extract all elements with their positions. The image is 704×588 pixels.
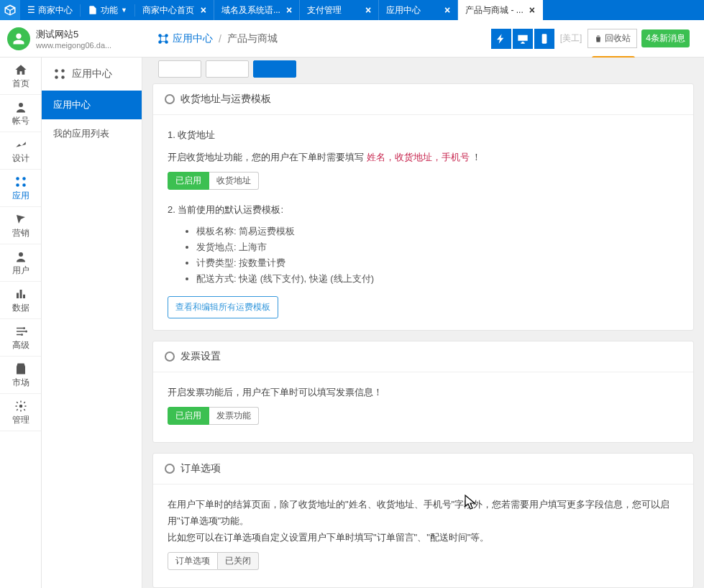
section-desc-1: 在用户下单时的结算页面，除了收货地址的"姓名、收货地址、手机号"字段外，您若需要…	[168, 496, 679, 530]
closed-badge[interactable]: 已关闭	[218, 552, 259, 570]
circle-icon	[165, 464, 175, 474]
list-item: 配送方式: 快递 (线下支付), 快递 (线上支付)	[196, 271, 679, 287]
avatar[interactable]	[7, 27, 30, 50]
sitebar: 测试网站5 www.meigong06.da... 应用中心 / 产品与商城 […	[0, 20, 704, 58]
svg-point-15	[55, 69, 58, 73]
svg-point-3	[165, 40, 168, 44]
nav-app[interactable]: 应用	[0, 170, 41, 207]
hamburger-icon: ☰	[27, 5, 35, 15]
meigong-label: [美工]	[559, 32, 584, 45]
svg-point-2	[158, 40, 162, 44]
nav-manage[interactable]: 管理	[0, 394, 41, 431]
recycle-button[interactable]: 回收站	[588, 29, 637, 48]
bolt-button[interactable]	[491, 29, 511, 49]
svg-point-18	[61, 75, 65, 79]
panel-order-options: 订单选项 在用户下单时的结算页面，除了收货地址的"姓名、收货地址、手机号"字段外…	[152, 453, 694, 588]
topbar: ☰ 商家中心 功能 ▼ 商家中心首页 × 域名及系统语... × 支付管理 × …	[0, 0, 704, 20]
svg-point-14	[19, 405, 22, 408]
svg-point-7	[22, 177, 26, 180]
list-item: 模板名称: 简易运费模板	[196, 224, 679, 239]
svg-point-9	[22, 183, 26, 187]
close-icon[interactable]: ×	[444, 4, 450, 16]
nav-user[interactable]: 用户	[0, 244, 41, 282]
sidebar-item-my-apps[interactable]: 我的应用列表	[42, 119, 142, 148]
panel-shipping: 收货地址与运费模板 1. 收货地址 开启收货地址功能，您的用户在下单时需要填写 …	[152, 83, 694, 331]
list-item: 计费类型: 按数量计费	[196, 255, 679, 271]
logo-icon[interactable]	[0, 0, 20, 20]
breadcrumb: 应用中心 / 产品与商城	[157, 32, 278, 45]
tab-app-center[interactable]: 应用中心 ×	[379, 0, 458, 20]
nav-home[interactable]: 首页	[0, 58, 41, 95]
order-options-button[interactable]: 订单选项	[168, 552, 218, 570]
secondary-header: 应用中心	[42, 58, 142, 91]
nav-advanced[interactable]: 高级	[0, 319, 41, 357]
circle-icon	[165, 94, 175, 104]
svg-point-5	[19, 103, 23, 107]
primary-nav: 首页 帐号 设计 应用 营销 用户 数据 高级 市场 管理	[0, 58, 42, 588]
caret-down-icon: ▼	[121, 6, 127, 14]
invoice-button[interactable]: 发票功能	[209, 407, 259, 425]
secondary-nav: 应用中心 应用中心 我的应用列表	[42, 58, 142, 588]
close-icon[interactable]: ×	[365, 4, 371, 16]
functions-menu[interactable]: 功能 ▼	[81, 4, 135, 17]
template-list: 模板名称: 简易运费模板 发货地点: 上海市 计费类型: 按数量计费 配送方式:…	[168, 224, 679, 287]
list-item: 发货地点: 上海市	[196, 239, 679, 255]
svg-rect-4	[541, 34, 547, 43]
subtab-1[interactable]	[158, 60, 201, 78]
section-title: 1. 收货地址	[168, 127, 679, 143]
panel-invoice: 发票设置 开启发票功能后，用户在下单时可以填写发票信息！ 已启用 发票功能	[152, 341, 694, 442]
breadcrumb-current: 产品与商城	[227, 32, 278, 45]
tab-merchant-home[interactable]: 商家中心首页 ×	[135, 0, 214, 20]
sub-tabs	[152, 58, 694, 83]
nav-data[interactable]: 数据	[0, 282, 41, 319]
section-desc: 开启发票功能后，用户在下单时可以填写发票信息！	[168, 384, 679, 400]
svg-point-13	[21, 334, 23, 336]
file-icon	[88, 5, 98, 15]
nav-design[interactable]: 设计	[0, 132, 41, 170]
view-templates-link[interactable]: 查看和编辑所有运费模板	[168, 296, 278, 319]
shipping-address-button[interactable]: 收货地址	[209, 172, 259, 190]
content-area: 收货地址与运费模板 1. 收货地址 开启收货地址功能，您的用户在下单时需要填写 …	[142, 58, 704, 588]
svg-point-6	[16, 177, 19, 180]
section-desc: 开启收货地址功能，您的用户在下单时需要填写 姓名，收货地址，手机号 ！	[168, 149, 679, 165]
message-badge[interactable]: 4条新消息	[641, 29, 690, 47]
section-desc-2: 比如您可以在订单选项自定义设置用户下单时填写"订单留言"、"配送时间"等。	[168, 529, 679, 546]
panel-header: 收货地址与运费模板	[153, 84, 693, 115]
svg-point-0	[158, 34, 162, 37]
svg-point-11	[23, 327, 25, 329]
cluster-icon	[157, 32, 170, 45]
svg-point-12	[25, 331, 27, 333]
site-domain: www.meigong06.da...	[36, 41, 135, 50]
nav-market[interactable]: 市场	[0, 357, 41, 394]
nav-marketing[interactable]: 营销	[0, 207, 41, 244]
breadcrumb-link[interactable]: 应用中心	[157, 32, 213, 45]
close-icon[interactable]: ×	[529, 4, 535, 16]
circle-icon	[165, 352, 175, 362]
desktop-button[interactable]	[513, 29, 533, 49]
cluster-icon	[53, 68, 66, 81]
svg-point-17	[55, 75, 58, 79]
panel-header: 发票设置	[153, 341, 693, 372]
svg-point-10	[19, 252, 23, 257]
nav-account[interactable]: 帐号	[0, 95, 41, 132]
section-title-2: 2. 当前使用的默认运费模板:	[168, 201, 679, 218]
close-icon[interactable]: ×	[201, 4, 206, 16]
enabled-badge[interactable]: 已启用	[168, 407, 209, 425]
close-icon[interactable]: ×	[286, 4, 292, 16]
site-name: 测试网站5	[36, 28, 135, 41]
sidebar-item-app-center[interactable]: 应用中心	[42, 91, 142, 119]
tab-product-mall[interactable]: 产品与商城 - ... ×	[458, 0, 543, 20]
merchant-center-menu[interactable]: ☰ 商家中心	[20, 4, 81, 17]
subtab-2[interactable]	[206, 60, 249, 78]
subtab-3-active[interactable]	[253, 60, 296, 78]
enabled-badge[interactable]: 已启用	[168, 172, 209, 190]
svg-point-8	[16, 183, 19, 187]
tab-domain-lang[interactable]: 域名及系统语... ×	[214, 0, 300, 20]
tab-payment[interactable]: 支付管理 ×	[300, 0, 379, 20]
trash-icon	[594, 35, 603, 43]
mobile-button[interactable]	[534, 29, 554, 49]
svg-point-16	[61, 69, 65, 73]
panel-header: 订单选项	[153, 454, 693, 484]
svg-point-1	[165, 34, 168, 37]
